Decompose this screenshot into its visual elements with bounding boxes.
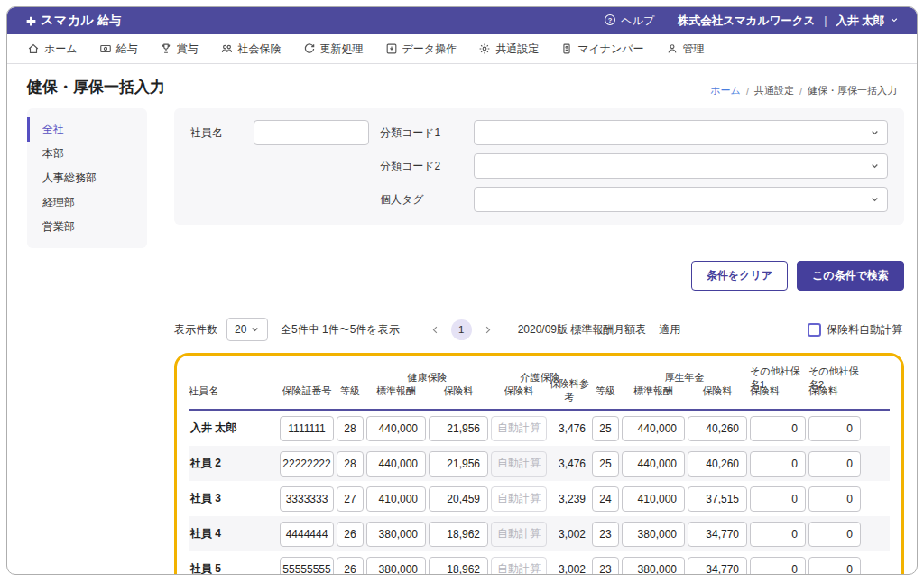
- nav-item-data-operation[interactable]: データ操作: [385, 42, 457, 57]
- hk-premium-input[interactable]: [429, 451, 488, 477]
- nav-item-admin[interactable]: 管理: [666, 42, 705, 57]
- auto-calc-checkbox[interactable]: [808, 323, 821, 337]
- other1-premium-input[interactable]: [750, 557, 806, 576]
- category1-select[interactable]: [474, 120, 888, 145]
- cert-number-input[interactable]: [280, 522, 334, 547]
- care-premium-input: [491, 486, 547, 512]
- pension-premium-input[interactable]: [688, 451, 747, 477]
- other1-premium-input[interactable]: [750, 522, 806, 547]
- pension-monthly-input[interactable]: [622, 451, 685, 477]
- hk-premium-input[interactable]: [429, 557, 488, 576]
- hk-grade-input[interactable]: [337, 451, 364, 477]
- sidebar-item-sales[interactable]: 営業部: [27, 215, 147, 239]
- hk-premium-input[interactable]: [429, 416, 488, 441]
- hk-monthly-input[interactable]: [366, 486, 426, 512]
- app-logo[interactable]: スマカル給与: [25, 13, 121, 29]
- premium-ref-value: 3,476: [550, 458, 589, 470]
- breadcrumb-current: 健保・厚保一括入力: [808, 84, 897, 97]
- refresh-icon: [303, 42, 316, 55]
- chevron-right-icon[interactable]: [481, 323, 494, 337]
- health-insurance-group-header: 健康保険: [366, 371, 488, 384]
- pension-grade-input[interactable]: [592, 416, 619, 441]
- plus-logo-icon: [25, 15, 37, 27]
- col-cert-no: 保険証番号: [280, 384, 334, 398]
- page-size-value: 20: [235, 323, 246, 336]
- pension-grade-input[interactable]: [592, 486, 619, 512]
- pension-premium-input[interactable]: [688, 522, 747, 547]
- hk-monthly-input[interactable]: [366, 557, 426, 576]
- help-menu[interactable]: ? ヘルプ: [604, 14, 654, 29]
- other1-premium-input[interactable]: [750, 416, 806, 441]
- user-menu[interactable]: 入井 太郎: [836, 14, 899, 29]
- nav-label: マイナンバー: [578, 42, 643, 57]
- applied-suffix: 適用: [659, 322, 680, 338]
- payroll-icon: [99, 42, 112, 55]
- pension-premium-input[interactable]: [688, 557, 747, 576]
- table-row: 入井 太郎 3,476: [189, 411, 890, 446]
- cert-number-input[interactable]: [280, 416, 334, 441]
- other2-premium-input[interactable]: [808, 522, 861, 547]
- hk-grade-input[interactable]: [337, 416, 364, 441]
- nav-label: 更新処理: [320, 42, 364, 57]
- pension-premium-input[interactable]: [688, 486, 747, 512]
- auto-calc-toggle[interactable]: 保険料自動計算: [808, 322, 904, 338]
- sidebar-item-headquarters[interactable]: 本部: [27, 142, 147, 166]
- personal-tag-select[interactable]: [474, 187, 888, 212]
- cert-number-input[interactable]: [280, 486, 334, 512]
- hk-monthly-input[interactable]: [366, 451, 426, 477]
- pension-monthly-input[interactable]: [622, 522, 685, 547]
- pension-grade-input[interactable]: [592, 451, 619, 477]
- other2-premium-input[interactable]: [808, 486, 861, 512]
- nav-item-social-insurance[interactable]: 社会保険: [220, 42, 282, 57]
- other1-premium-input[interactable]: [750, 451, 806, 477]
- cert-number-input[interactable]: [280, 451, 334, 477]
- clear-conditions-button[interactable]: 条件をクリア: [691, 261, 788, 291]
- hk-grade-input[interactable]: [337, 522, 364, 547]
- category2-select[interactable]: [474, 153, 888, 179]
- hk-monthly-input[interactable]: [366, 522, 426, 547]
- hk-grade-input[interactable]: [337, 486, 364, 512]
- col-pen-grade: 等級: [592, 384, 619, 398]
- nav-item-update-process[interactable]: 更新処理: [303, 42, 364, 57]
- other2-premium-input[interactable]: [808, 451, 861, 477]
- nav-item-bonus[interactable]: 賞与: [160, 42, 199, 57]
- nav-item-common-settings[interactable]: 共通設定: [478, 42, 539, 57]
- cert-number-input[interactable]: [280, 557, 334, 576]
- care-premium-input: [491, 416, 547, 441]
- main-nav: ホーム 給与 賞与 社会保険 更新処理 データ操作 共通設定 マイナンバー: [7, 34, 917, 64]
- breadcrumb: ホーム / 共通設定 / 健保・厚保一括入力: [710, 84, 904, 97]
- breadcrumb-settings: 共通設定: [754, 84, 794, 97]
- breadcrumb-home-link[interactable]: ホーム: [710, 84, 741, 97]
- pension-monthly-input[interactable]: [622, 557, 685, 576]
- pension-group-header: 厚生年金: [622, 371, 747, 384]
- sidebar-item-accounting[interactable]: 経理部: [27, 190, 147, 215]
- premium-ref-value: 3,002: [550, 528, 589, 541]
- nav-item-payroll[interactable]: 給与: [99, 42, 138, 57]
- pension-monthly-input[interactable]: [622, 486, 685, 512]
- chevron-left-icon[interactable]: [429, 323, 442, 337]
- pension-grade-input[interactable]: [592, 522, 619, 547]
- pension-grade-input[interactable]: [592, 557, 619, 576]
- page-size-select[interactable]: 20: [226, 318, 268, 341]
- hk-premium-input[interactable]: [429, 522, 488, 547]
- other2-premium-input[interactable]: [808, 416, 861, 441]
- page-number-badge[interactable]: 1: [451, 319, 472, 340]
- hk-premium-input[interactable]: [429, 486, 488, 512]
- pension-monthly-input[interactable]: [622, 416, 685, 441]
- other1-premium-input[interactable]: [750, 486, 806, 512]
- list-controls: 表示件数 20 全5件中 1件〜5件を表示 1 2020/09版 標準報酬月額表…: [174, 318, 904, 341]
- hk-grade-input[interactable]: [337, 557, 364, 576]
- sidebar-item-all-company[interactable]: 全社: [27, 117, 147, 142]
- nav-item-home[interactable]: ホーム: [27, 42, 78, 57]
- sidebar-item-hr-general[interactable]: 人事総務部: [27, 166, 147, 190]
- search-with-conditions-button[interactable]: この条件で検索: [797, 261, 904, 291]
- auto-calc-label: 保険料自動計算: [827, 322, 902, 338]
- chevron-down-icon: [890, 14, 899, 27]
- employee-name-input[interactable]: [254, 120, 369, 145]
- other2-premium-input[interactable]: [808, 557, 861, 576]
- hk-monthly-input[interactable]: [366, 416, 426, 441]
- nav-item-mynumber[interactable]: マイナンバー: [560, 42, 643, 57]
- nav-label: 給与: [116, 42, 138, 57]
- col-grade: 等級: [337, 384, 364, 398]
- pension-premium-input[interactable]: [688, 416, 747, 441]
